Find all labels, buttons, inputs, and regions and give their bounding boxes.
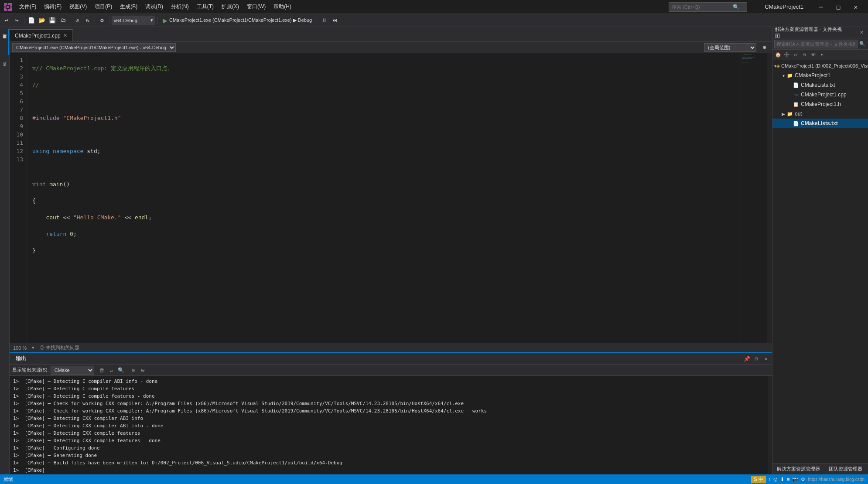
minimize-button[interactable]: ─ — [812, 0, 830, 14]
menu-file[interactable]: 文件(F) — [16, 1, 40, 12]
output-line-4: 1> [CMake] ─ Check for working CXX compi… — [13, 400, 764, 407]
play-button[interactable]: ▶ CMakeProject1.exe (CMakeProject1\CMake… — [160, 16, 314, 25]
code-line-11: return 0; — [32, 230, 741, 238]
se-show-all-btn[interactable]: 👁 — [809, 51, 817, 59]
menu-help[interactable]: 帮助(H) — [270, 1, 295, 12]
menu-project[interactable]: 项目(P) — [91, 1, 116, 12]
line-num-4: 4 — [10, 81, 23, 89]
se-collapse-btn[interactable]: ⊟ — [800, 51, 808, 59]
output-line-6: 1> [CMake] ─ Detecting CXX compiler ABI … — [13, 415, 764, 422]
output-line-11: 1> [CMake] ─ Generating done — [13, 452, 764, 459]
output-settings-btn[interactable]: ⚙ — [129, 366, 138, 375]
output-line-3: 1> [CMake] ─ Detecting C compile feature… — [13, 392, 764, 400]
menu-window[interactable]: 窗口(W) — [243, 1, 269, 12]
output-clear-btn[interactable]: 🗑 — [98, 366, 106, 375]
tree-cmakelists-txt-2-label: CMakeLists.txt — [801, 120, 838, 126]
status-bar: 就绪 S 中 ↑ ◎ ⬇ ≡ 📷 ⚙ https://hanshuilang.b… — [0, 474, 868, 484]
toolbar-forward-btn[interactable]: ↪ — [12, 16, 22, 25]
output-float-btn[interactable]: ⊡ — [752, 354, 761, 363]
code-editor[interactable]: 1 2 3 4 5 6 7 8 9 10 11 12 13 ▽// — [10, 53, 772, 343]
window-controls: ─ □ ✕ — [812, 0, 865, 14]
toolbar-open-btn[interactable]: 📂 — [37, 16, 47, 25]
output-pin-btn[interactable]: 📌 — [742, 354, 751, 363]
tree-solution-root[interactable]: ▾ ◈ CMakeProject1 (D:\002_Project\006_Vi… — [772, 61, 868, 71]
search-box[interactable]: 🔍 — [669, 2, 747, 12]
search-input[interactable] — [672, 4, 733, 10]
line-num-6: 6 — [10, 97, 23, 106]
se-filter-btn[interactable]: ▾ — [818, 51, 826, 59]
tree-out-folder[interactable]: ▶ 📁 out — [772, 109, 868, 119]
team-explorer-tab[interactable]: 团队资源管理器 — [826, 465, 865, 473]
close-button[interactable]: ✕ — [847, 0, 865, 14]
menu-tools[interactable]: 工具(T) — [193, 1, 217, 12]
se-refresh-btn[interactable]: ↺ — [792, 51, 800, 59]
output-line-9: 1> [CMake] ─ Detecting CXX compile featu… — [13, 437, 764, 444]
se-home-btn[interactable]: 🏠 — [774, 51, 782, 59]
output-vscrollbar[interactable] — [768, 376, 772, 474]
output-word-wrap-btn[interactable]: ↵ — [107, 366, 116, 375]
output-find-btn[interactable]: 🔍 — [117, 366, 126, 375]
right-panel: 解决方案资源管理器 - 文件夹视图 ─ ✕ 🔍 🏠 ➕ ↺ ⊟ 👁 ▾ ▾ ◈ … — [772, 27, 868, 474]
maximize-button[interactable]: □ — [830, 0, 847, 14]
toolbar-new-btn[interactable]: 📄 — [27, 16, 36, 25]
toolbar-back-btn[interactable]: ↩ — [2, 16, 11, 25]
toolbar-extra-btn[interactable]: ⚙ — [97, 16, 107, 25]
toolbar-save-btn[interactable]: 💾 — [48, 16, 57, 25]
line-num-5: 5 — [10, 89, 23, 97]
output-close-btn[interactable]: ✕ — [762, 354, 770, 363]
menu-extensions[interactable]: 扩展(X) — [218, 1, 243, 12]
scope-dropdown[interactable]: (全局范围) — [704, 43, 756, 52]
toolbar-step-btn[interactable]: ⏭ — [330, 16, 339, 25]
output-tab[interactable]: 输出 — [11, 353, 31, 364]
line-num-11: 11 — [10, 139, 23, 147]
activity-tools[interactable]: 工具 — [1, 56, 9, 82]
line-num-2: 2 — [10, 64, 23, 72]
tab-cmake-cpp[interactable]: CMakeProject1.cpp ✕ — [10, 29, 73, 41]
solution-explorer-tab[interactable]: 解决方案资源管理器 — [774, 465, 823, 473]
minimap-content: // CMakeProject1.cpp // #include "CMakeP… — [741, 53, 767, 67]
menu-debug[interactable]: 调试(D) — [142, 1, 167, 12]
tree-cmake-h[interactable]: 📋 CMakeProject1.h — [772, 99, 868, 109]
debug-target-dropdown[interactable]: CMakeProject1.exe (CMakeProject1\CMakePr… — [12, 43, 176, 52]
tree-cmake-folder[interactable]: ▾ 📁 CMakeProject1 — [772, 71, 868, 80]
tree-cmakelists-txt-1[interactable]: 📄 CMakeLists.txt — [772, 80, 868, 90]
output-main: 1> [CMake] ─ Detecting C compiler ABI in… — [10, 376, 772, 474]
code-line-2: // — [32, 81, 741, 89]
tree-cmakelists-txt-2[interactable]: 📄 CMakeLists.txt — [772, 119, 868, 128]
line-num-12: 12 — [10, 147, 23, 155]
status-url: https://hanshuilang.blog.csdn — [808, 477, 865, 482]
solution-search-input[interactable] — [774, 40, 858, 48]
zoom-dropdown-icon[interactable]: ▾ — [32, 345, 34, 351]
editor-vscrollbar[interactable] — [767, 53, 772, 343]
tree-cmake-cpp[interactable]: ↪ CMakeProject1.cpp — [772, 90, 868, 99]
line-num-1: 1 — [10, 56, 23, 64]
toolbar-pause-btn[interactable]: ⏸ — [319, 16, 329, 25]
menu-analyze[interactable]: 分析(N) — [167, 1, 192, 12]
toolbar-save-all-btn[interactable]: 🗂 — [58, 16, 68, 25]
line-num-8: 8 — [10, 114, 23, 122]
build-config-arrow-icon: ▾ — [150, 17, 153, 23]
code-content[interactable]: ▽// CMakeProject1.cpp: 定义应用程序的入口点。 // #i… — [27, 53, 741, 343]
se-pin-btn[interactable]: ─ — [848, 29, 856, 37]
se-close-btn[interactable]: ✕ — [858, 29, 865, 37]
tab-close-icon[interactable]: ✕ — [63, 33, 67, 38]
output-source-dropdown[interactable]: CMake — [51, 366, 94, 375]
menu-build[interactable]: 生成(B) — [116, 1, 141, 12]
tab-bar: CMakeProject1.cpp ✕ — [10, 27, 772, 42]
menu-edit[interactable]: 编辑(E) — [41, 1, 65, 12]
toolbar-undo-btn[interactable]: ↺ — [72, 16, 82, 25]
se-add-btn[interactable]: ➕ — [783, 51, 791, 59]
activity-solution-explorer[interactable]: 解决方案 — [1, 29, 9, 55]
output-extra-btn[interactable]: ⊞ — [139, 366, 147, 375]
code-line-6: using namespace std; — [32, 147, 741, 155]
build-config-dropdown[interactable]: x64-Debug ▾ — [112, 16, 155, 25]
solution-search-icon[interactable]: 🔍 — [858, 40, 866, 48]
editor-toolbar-sync-btn[interactable]: ⊕ — [760, 43, 769, 52]
menu-view[interactable]: 视图(V) — [66, 1, 90, 12]
output-line-12: 1> [CMake] ─ Build files have been writt… — [13, 459, 764, 467]
line-num-10: 10 — [10, 130, 23, 139]
toolbar-redo-btn[interactable]: ↻ — [83, 16, 92, 25]
toolbar-separator-5 — [157, 17, 158, 24]
status-right: S 中 ↑ ◎ ⬇ ≡ 📷 ⚙ https://hanshuilang.blog… — [751, 476, 865, 483]
main-layout: 解决方案 工具 CMakeProject1.cpp ✕ CMakeProjec — [0, 27, 868, 474]
